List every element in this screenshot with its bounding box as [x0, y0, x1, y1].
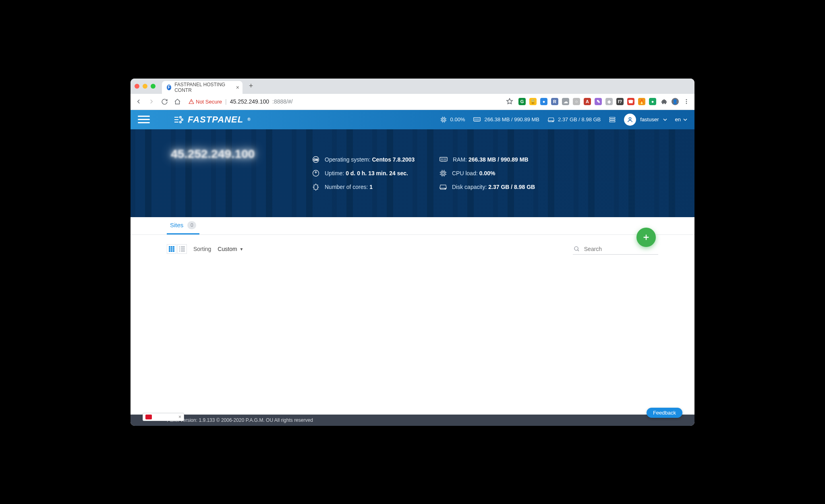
info-disk: Disk capacity: 2.37 GB / 8.98 GB — [439, 183, 544, 191]
svg-rect-25 — [171, 248, 172, 250]
grid-icon — [169, 246, 174, 252]
sites-toolbar: Sorting Custom ▼ — [131, 235, 694, 259]
svg-rect-27 — [169, 250, 170, 252]
svg-rect-24 — [169, 248, 170, 250]
feedback-label: Feedback — [653, 410, 676, 416]
svg-rect-19 — [442, 172, 444, 174]
server-list-button[interactable] — [609, 116, 616, 123]
info-uptime: Uptime: 0 d. 0 h. 13 min. 24 sec. — [312, 169, 417, 177]
feedback-button[interactable]: Feedback — [647, 408, 682, 418]
grid-view-button[interactable] — [167, 244, 176, 254]
extension-icon[interactable]: R — [551, 98, 558, 105]
topbar-cpu-stat[interactable]: 0.00% — [440, 116, 465, 123]
forward-button[interactable] — [147, 97, 155, 106]
svg-point-2 — [686, 103, 687, 104]
disk-icon — [439, 183, 447, 191]
extension-icon[interactable]: ☁ — [562, 98, 569, 105]
extensions-puzzle-icon[interactable] — [660, 97, 668, 106]
home-button[interactable] — [173, 97, 181, 106]
extension-icon[interactable]: 🔥 — [638, 98, 645, 105]
tab-sites-label: Sites — [170, 222, 183, 228]
svg-rect-8 — [474, 118, 481, 121]
profile-avatar-icon[interactable]: 👤 — [672, 98, 679, 105]
kebab-menu-icon[interactable] — [682, 97, 690, 106]
new-tab-button[interactable]: + — [246, 81, 256, 91]
extension-icon[interactable]: ○ — [573, 98, 580, 105]
extension-icon[interactable]: ◆ — [605, 98, 613, 105]
tab-sites[interactable]: Sites 0 — [167, 221, 199, 234]
svg-point-0 — [686, 99, 687, 100]
brand-text: FASTPANEL — [188, 114, 243, 125]
window-minimize-button[interactable] — [143, 84, 147, 89]
extension-icon[interactable]: ● — [540, 98, 547, 105]
topbar-disk-value: 2.37 GB / 8.98 GB — [558, 116, 601, 122]
back-button[interactable] — [135, 97, 143, 106]
svg-rect-6 — [442, 118, 445, 121]
svg-point-9 — [553, 121, 553, 121]
server-hero: 45.252.249.100 OS Operating system: Cent… — [131, 129, 694, 217]
bookmark-star-icon[interactable] — [506, 97, 514, 106]
svg-rect-35 — [181, 251, 185, 251]
uptime-icon — [312, 169, 320, 177]
svg-point-5 — [180, 121, 181, 123]
caret-down-icon: ▼ — [240, 247, 244, 251]
brand-logo[interactable]: FASTPANEL® — [174, 114, 251, 125]
svg-rect-16 — [440, 157, 447, 161]
view-toggle — [167, 244, 187, 254]
svg-rect-31 — [181, 247, 185, 247]
cpu-icon — [439, 169, 447, 177]
extension-icon[interactable]: ✎ — [595, 98, 602, 105]
plus-icon — [642, 233, 651, 242]
extension-icon[interactable]: ● — [649, 98, 656, 105]
svg-rect-28 — [171, 250, 172, 252]
svg-point-13 — [629, 117, 631, 119]
sorting-dropdown[interactable]: Custom ▼ — [218, 246, 243, 252]
add-site-button[interactable] — [636, 228, 656, 247]
browser-tabbar: F FASTPANEL HOSTING CONTR × + — [131, 79, 694, 94]
topbar-cpu-value: 0.00% — [450, 116, 465, 122]
fastpanel-topbar: FASTPANEL® 0.00% 266.38 MB / 990.89 MB 2… — [131, 110, 694, 129]
language-switcher[interactable]: en — [675, 116, 687, 122]
sites-empty-area — [131, 259, 694, 415]
sorting-value: Custom — [218, 246, 237, 252]
browser-toolbar: Not Secure | 45.252.249.100:8888/#/ G 🔒 … — [131, 94, 694, 110]
not-secure-indicator[interactable]: Not Secure — [189, 99, 222, 105]
svg-rect-11 — [610, 119, 616, 120]
extension-icon[interactable]: ☎ — [627, 98, 634, 105]
extension-icon[interactable]: 🔒 — [529, 98, 537, 105]
window-zoom-button[interactable] — [151, 84, 155, 89]
extension-icon[interactable]: f? — [616, 98, 624, 105]
topbar-disk-stat[interactable]: 2.37 GB / 8.98 GB — [547, 116, 601, 123]
info-cores: Number of cores: 1 — [312, 183, 417, 191]
tab-close-icon[interactable]: × — [236, 84, 239, 91]
user-avatar-icon — [624, 114, 636, 126]
list-icon — [179, 246, 185, 252]
svg-rect-34 — [179, 251, 180, 251]
close-icon[interactable]: × — [178, 414, 181, 420]
brand-reg-mark: ® — [247, 117, 251, 122]
extension-icon[interactable]: A — [584, 98, 591, 105]
page-content: FASTPANEL® 0.00% 266.38 MB / 990.89 MB 2… — [131, 110, 694, 426]
browser-tab[interactable]: F FASTPANEL HOSTING CONTR × — [162, 81, 243, 94]
chevron-down-icon — [663, 118, 667, 122]
window-close-button[interactable] — [135, 84, 139, 89]
menu-button[interactable] — [138, 114, 150, 126]
download-thumb-icon — [145, 415, 152, 419]
address-bar[interactable]: Not Secure | 45.252.249.100:8888/#/ — [186, 96, 501, 107]
search-icon — [574, 245, 580, 253]
user-menu[interactable]: fastuser — [624, 114, 667, 126]
os-icon: OS — [312, 156, 320, 164]
language-label: en — [675, 116, 681, 122]
list-view-button[interactable] — [177, 244, 187, 254]
reload-button[interactable] — [160, 97, 168, 106]
extension-icon[interactable]: G — [518, 98, 526, 105]
extensions-tray: G 🔒 ● R ☁ ○ A ✎ ◆ f? ☎ 🔥 ● 👤 — [518, 97, 690, 106]
server-ip: 45.252.249.100 — [171, 147, 255, 161]
svg-rect-22 — [171, 246, 172, 248]
download-shelf-item[interactable]: × — [143, 413, 184, 421]
svg-rect-23 — [173, 246, 174, 248]
sites-tabstrip: Sites 0 — [131, 217, 694, 235]
info-os: OS Operating system: Centos 7.8.2003 — [312, 156, 417, 164]
topbar-ram-stat[interactable]: 266.38 MB / 990.89 MB — [473, 116, 539, 122]
svg-rect-32 — [179, 249, 180, 249]
